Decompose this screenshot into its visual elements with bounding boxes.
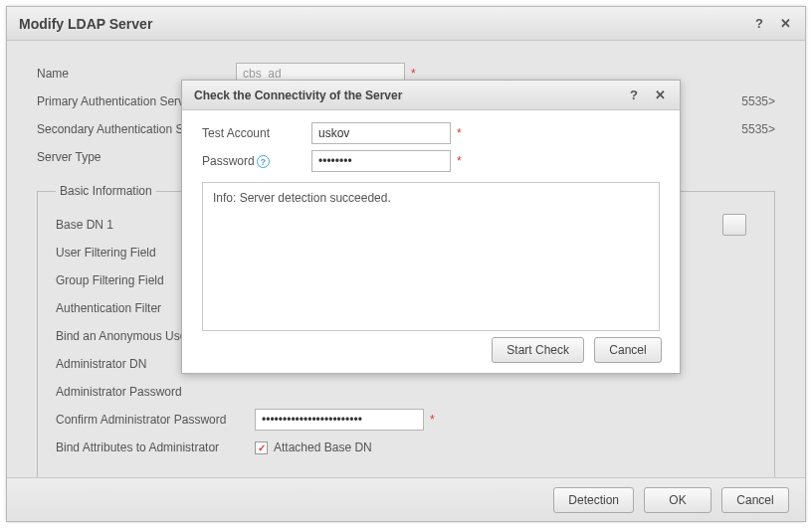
- help-icon[interactable]: ?: [257, 155, 270, 168]
- cancel-button[interactable]: Cancel: [721, 487, 789, 513]
- cancel-button[interactable]: Cancel: [594, 337, 662, 363]
- admin-pass-label: Administrator Password: [56, 385, 334, 399]
- dialog-titlebar: Check the Connectivity of the Server ? ✕: [182, 81, 680, 110]
- basic-info-legend: Basic Information: [56, 184, 156, 198]
- password-label-text: Password: [202, 154, 255, 168]
- window-title: Modify LDAP Server: [19, 16, 741, 32]
- password-label: Password?: [202, 154, 311, 169]
- confirm-admin-pass-label: Confirm Administrator Password: [56, 413, 255, 427]
- close-icon[interactable]: ✕: [652, 88, 668, 103]
- window-footer: Detection OK Cancel: [7, 477, 805, 521]
- name-label: Name: [37, 67, 236, 81]
- ok-button[interactable]: OK: [644, 487, 711, 513]
- required-mark: *: [411, 67, 416, 81]
- info-box: Info: Server detection succeeded.: [202, 182, 660, 331]
- close-icon[interactable]: ✕: [777, 16, 793, 32]
- secondary-auth-hint: 5535>: [741, 122, 775, 136]
- required-mark: *: [457, 154, 462, 168]
- help-icon[interactable]: ?: [751, 16, 767, 32]
- dialog-title: Check the Connectivity of the Server: [194, 88, 616, 102]
- dialog-body: Test Account * Password? * Info: Server …: [182, 110, 680, 327]
- dialog-footer: Start Check Cancel: [182, 327, 680, 373]
- test-account-label: Test Account: [202, 126, 311, 140]
- attached-base-dn-checkbox[interactable]: ✓: [255, 441, 268, 454]
- required-mark: *: [430, 413, 435, 427]
- detection-button[interactable]: Detection: [553, 487, 634, 513]
- required-mark: *: [457, 126, 462, 140]
- bind-attr-label: Bind Attributes to Administrator: [56, 440, 255, 454]
- test-account-input[interactable]: [311, 122, 451, 144]
- start-check-button[interactable]: Start Check: [492, 337, 584, 363]
- window-titlebar: Modify LDAP Server ? ✕: [7, 7, 805, 41]
- password-input[interactable]: [311, 150, 451, 172]
- info-text: Info: Server detection succeeded.: [213, 191, 391, 205]
- check-connectivity-dialog: Check the Connectivity of the Server ? ✕…: [181, 80, 681, 374]
- help-icon[interactable]: ?: [626, 88, 642, 103]
- base-dn-action-button[interactable]: [722, 214, 746, 236]
- confirm-admin-pass-input[interactable]: [255, 409, 424, 431]
- primary-auth-hint: 5535>: [741, 94, 775, 108]
- attached-base-dn-label: Attached Base DN: [274, 440, 372, 454]
